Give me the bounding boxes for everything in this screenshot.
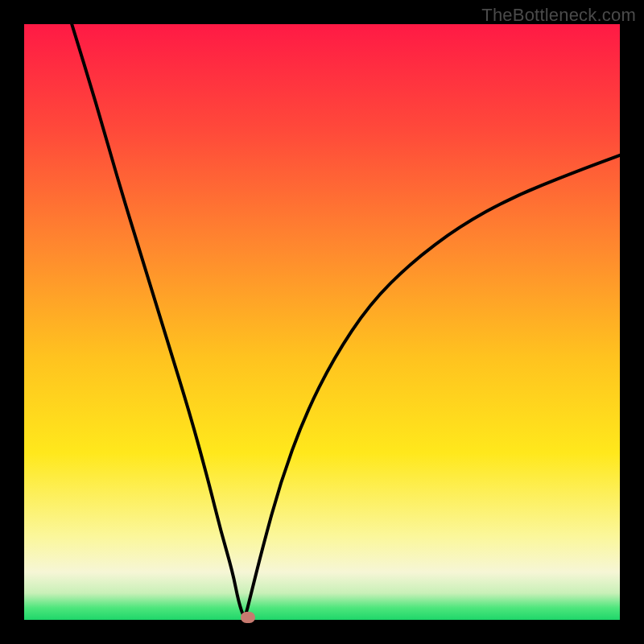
chart-frame: TheBottleneck.com <box>0 0 644 644</box>
optimal-point-marker <box>241 612 255 623</box>
watermark-text: TheBottleneck.com <box>481 5 636 26</box>
bottleneck-curve <box>24 24 620 620</box>
plot-area <box>24 24 620 620</box>
